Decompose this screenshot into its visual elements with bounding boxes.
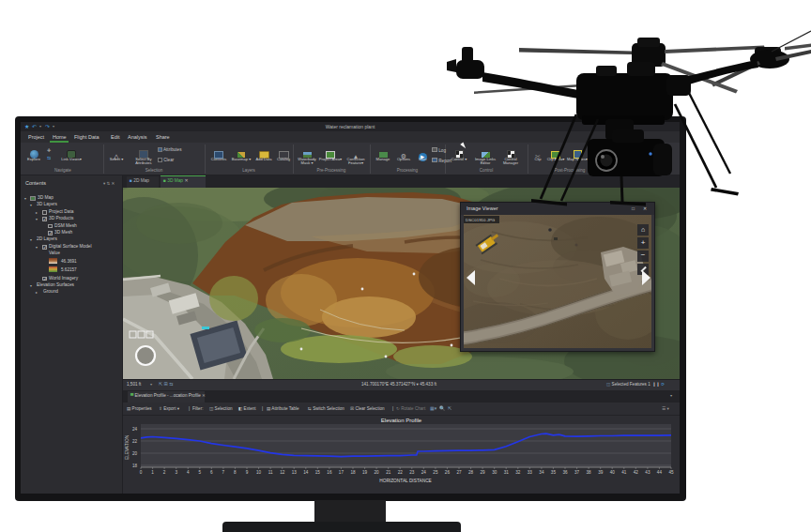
svg-text:20: 20 [375,470,380,475]
svg-text:45: 45 [668,470,674,475]
svg-text:14: 14 [303,470,309,475]
svg-text:15: 15 [315,470,321,475]
svg-text:HORIZONTAL DISTANCE: HORIZONTAL DISTANCE [379,479,432,483]
svg-text:3: 3 [175,470,177,475]
svg-text:11: 11 [268,470,273,475]
svg-text:10: 10 [256,470,262,475]
svg-text:42: 42 [634,470,639,475]
svg-text:17: 17 [339,470,344,475]
svg-text:34: 34 [539,470,544,475]
svg-text:25: 25 [433,470,438,475]
svg-text:37: 37 [574,470,580,475]
svg-text:32: 32 [515,470,521,475]
svg-text:43: 43 [645,470,650,475]
svg-text:21: 21 [386,470,391,475]
svg-text:41: 41 [621,470,627,475]
svg-text:5: 5 [199,470,202,475]
svg-text:8: 8 [234,470,237,475]
svg-text:2: 2 [163,470,166,475]
svg-text:40: 40 [610,470,616,475]
svg-text:7: 7 [222,470,225,475]
svg-text:22: 22 [398,470,404,475]
svg-text:6: 6 [210,470,213,475]
svg-text:4: 4 [187,470,190,475]
svg-text:23: 23 [409,470,415,475]
svg-text:12: 12 [280,470,285,475]
svg-text:35: 35 [551,470,557,475]
svg-text:31: 31 [504,470,510,475]
svg-text:44: 44 [657,470,663,475]
svg-text:16: 16 [327,470,332,475]
svg-text:26: 26 [445,470,451,475]
svg-text:20: 20 [132,451,138,456]
svg-text:29: 29 [481,470,486,475]
svg-text:19: 19 [362,470,368,475]
svg-text:27: 27 [456,470,462,475]
svg-text:ELEVATION: ELEVATION [125,434,130,460]
svg-text:28: 28 [468,470,474,475]
svg-text:24: 24 [132,427,138,432]
svg-text:1: 1 [151,470,154,475]
svg-text:30: 30 [492,470,497,475]
svg-text:38: 38 [587,470,592,475]
svg-text:36: 36 [562,470,568,475]
svg-text:0: 0 [140,470,143,475]
svg-text:9: 9 [246,470,249,475]
svg-text:33: 33 [528,470,533,475]
svg-text:18: 18 [132,464,138,468]
svg-text:39: 39 [598,470,604,475]
svg-text:24: 24 [421,470,427,475]
svg-text:18: 18 [350,470,356,475]
svg-text:13: 13 [292,470,298,475]
svg-text:22: 22 [132,439,138,444]
